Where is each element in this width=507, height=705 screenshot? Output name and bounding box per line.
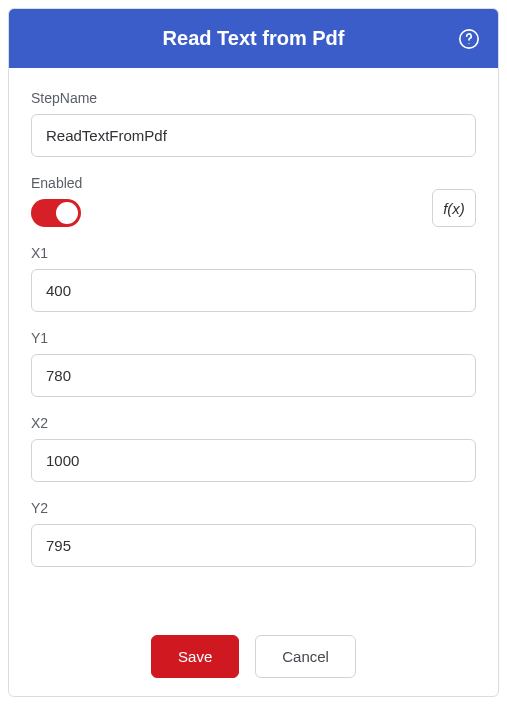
dialog-body: StepName Enabled f(x) X1 Y1 X2 Y2 [9, 68, 498, 696]
x1-label: X1 [31, 245, 476, 261]
field-y2: Y2 [31, 500, 476, 567]
x1-input[interactable] [31, 269, 476, 312]
y2-label: Y2 [31, 500, 476, 516]
field-x1: X1 [31, 245, 476, 312]
stepname-label: StepName [31, 90, 476, 106]
dialog-footer: Save Cancel [31, 625, 476, 678]
help-icon[interactable] [458, 28, 480, 50]
fx-button[interactable]: f(x) [432, 189, 476, 227]
y1-label: Y1 [31, 330, 476, 346]
y2-input[interactable] [31, 524, 476, 567]
svg-point-1 [468, 43, 469, 44]
dialog-card: Read Text from Pdf StepName Enabled f(x) [8, 8, 499, 697]
field-stepname: StepName [31, 90, 476, 157]
x2-input[interactable] [31, 439, 476, 482]
cancel-button[interactable]: Cancel [255, 635, 356, 678]
dialog-title: Read Text from Pdf [163, 27, 345, 50]
field-x2: X2 [31, 415, 476, 482]
save-button[interactable]: Save [151, 635, 239, 678]
field-y1: Y1 [31, 330, 476, 397]
dialog-header: Read Text from Pdf [9, 9, 498, 68]
toggle-knob [56, 202, 78, 224]
field-enabled: Enabled f(x) [31, 175, 476, 227]
stepname-input[interactable] [31, 114, 476, 157]
enabled-label: Enabled [31, 175, 432, 191]
enabled-toggle[interactable] [31, 199, 81, 227]
x2-label: X2 [31, 415, 476, 431]
y1-input[interactable] [31, 354, 476, 397]
